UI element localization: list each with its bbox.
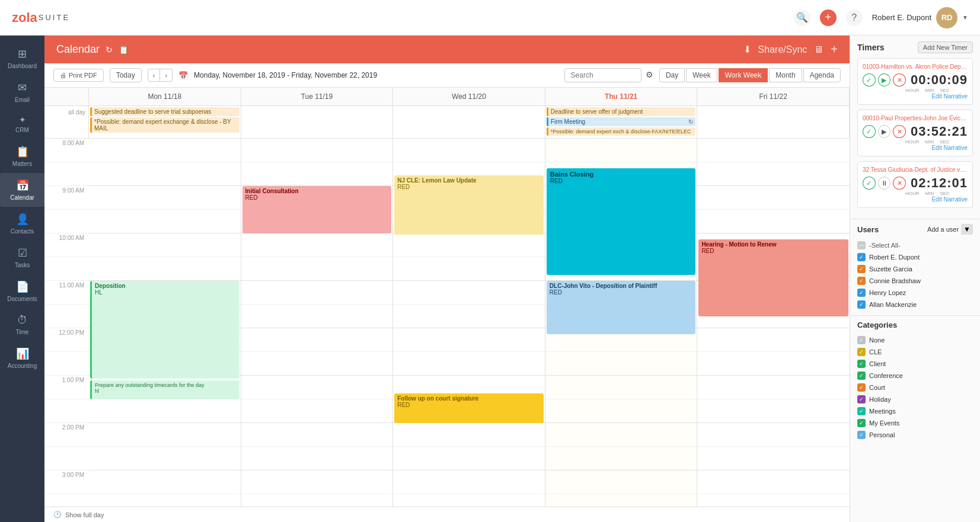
edit-narrative-2[interactable]: Edit Narrative: [863, 145, 968, 151]
timer-stop-3[interactable]: ✕: [893, 177, 906, 190]
add-user-label[interactable]: Add a user: [927, 226, 959, 233]
cat-checkbox-conference[interactable]: ✓: [857, 372, 866, 380]
timer-check-1[interactable]: ✓: [863, 73, 876, 87]
cat-checkbox-cle[interactable]: ✓: [857, 348, 866, 356]
time-930: [44, 210, 89, 233]
timer-hour-label-3: HOUR: [905, 191, 920, 196]
search-icon[interactable]: 🔍: [794, 9, 810, 26]
time-300: 3:00 PM: [44, 470, 89, 494]
timer-play-2[interactable]: ▶: [878, 125, 891, 138]
cat-checkbox-personal[interactable]: ✓: [857, 431, 866, 439]
timer-hour-label: HOUR: [905, 88, 920, 93]
time-800: 8:00 AM: [44, 139, 89, 162]
time-230: [44, 447, 89, 470]
time-200: 2:00 PM: [44, 423, 89, 447]
user-checkbox-suzette[interactable]: ✓: [857, 265, 866, 273]
day-header-tue: Tue 11/19: [241, 88, 394, 105]
sidebar-item-tasks[interactable]: ☑ Tasks: [0, 241, 44, 274]
timer-stop-2[interactable]: ✕: [893, 125, 906, 138]
event-title: Follow up on court signature: [397, 395, 541, 402]
event-follow-up[interactable]: Follow up on court signature RED: [394, 393, 544, 423]
sidebar-item-calendar[interactable]: 📅 Calendar: [0, 173, 44, 207]
cat-checkbox-holiday[interactable]: ✓: [857, 395, 866, 403]
user-checkbox-henry[interactable]: ✓: [857, 289, 866, 297]
timer-stop-1[interactable]: ✕: [893, 73, 906, 87]
all-day-event-subpoenas[interactable]: Suggested deadline to serve trial subpoe…: [90, 107, 240, 116]
help-icon[interactable]: ?: [846, 9, 863, 26]
sidebar-item-email[interactable]: ✉ Email: [0, 75, 44, 109]
add-timer-button[interactable]: Add New Timer: [918, 41, 973, 53]
all-day-event-possible[interactable]: *Possible: demand expert exchange & disc…: [90, 117, 240, 133]
add-event-icon[interactable]: +: [831, 43, 838, 56]
refresh-icon[interactable]: ↻: [106, 45, 113, 55]
timer-play-1[interactable]: ▶: [878, 73, 891, 87]
user-name: Robert E. Dupont: [872, 13, 931, 22]
cat-checkbox-none[interactable]: ✓: [857, 336, 866, 344]
calendar-title: Calendar: [56, 43, 100, 56]
today-button[interactable]: Today: [110, 68, 142, 82]
all-day-event-firm-meeting[interactable]: Firm Meeting ↻: [547, 117, 696, 126]
view-month-button[interactable]: Month: [769, 68, 802, 82]
sidebar-item-contacts[interactable]: 👤 Contacts: [0, 207, 44, 241]
event-deposition[interactable]: Deposition HL: [90, 281, 240, 379]
calendar-screen-icon[interactable]: 🖥: [814, 44, 823, 55]
timer-check-2[interactable]: ✓: [863, 125, 876, 138]
event-nj-cle[interactable]: NJ CLE: Lemon Law Update RED: [394, 175, 544, 235]
sidebar-label-matters: Matters: [12, 161, 32, 167]
edit-narrative-1[interactable]: Edit Narrative: [863, 93, 968, 100]
user-menu[interactable]: Robert E. Dupont RD ▼: [872, 7, 968, 28]
search-input[interactable]: [564, 68, 641, 82]
cat-item-myevents: ✓ My Events: [857, 417, 973, 429]
event-dlc-deposition[interactable]: DLC-John Vito - Deposition of Plaintiff …: [547, 281, 696, 334]
share-sync-label[interactable]: Share/Sync: [758, 44, 807, 55]
view-week-button[interactable]: Week: [686, 68, 717, 82]
cat-label-conference: Conference: [869, 372, 903, 379]
sidebar-item-accounting[interactable]: 📊 Accounting: [0, 341, 44, 375]
cat-label-meetings: Meetings: [869, 408, 896, 415]
add-icon[interactable]: +: [820, 9, 837, 26]
dropdown-arrow[interactable]: ▼: [961, 224, 973, 235]
event-initial-consultation[interactable]: Initial Consultation RED: [242, 186, 392, 233]
time-900: 9:00 AM: [44, 186, 89, 210]
cat-item-conference: ✓ Conference: [857, 370, 973, 382]
sidebar-label-documents: Documents: [7, 296, 37, 302]
all-day-cell-wed: [393, 106, 545, 138]
sidebar-item-time[interactable]: ⏱ Time: [0, 308, 44, 341]
user-checkbox-robert[interactable]: ✓: [857, 253, 866, 261]
sidebar-item-dashboard[interactable]: ⊞ Dashboard: [0, 41, 44, 75]
accounting-icon: 📊: [16, 347, 29, 360]
search-settings-icon[interactable]: ⚙: [646, 70, 653, 79]
user-checkbox-connie[interactable]: ✓: [857, 277, 866, 285]
cat-checkbox-myevents[interactable]: ✓: [857, 419, 866, 427]
next-arrow[interactable]: ›: [160, 69, 173, 82]
select-all-checkbox[interactable]: —: [857, 241, 866, 249]
cat-item-personal: ✓ Personal: [857, 429, 973, 441]
print-pdf-button[interactable]: 🖨 Print PDF: [53, 69, 104, 82]
event-title: Prepare any outstanding timecards for th…: [95, 382, 237, 388]
event-hearing-motion[interactable]: Hearing - Motion to Renew RED: [698, 239, 848, 316]
sidebar-item-matters[interactable]: 📋 Matters: [0, 139, 44, 173]
timer-check-3[interactable]: ✓: [863, 177, 876, 190]
timer-pause-3[interactable]: ⏸: [878, 177, 891, 190]
sidebar-item-crm[interactable]: ✦ CRM: [0, 109, 44, 139]
event-sub: RED: [701, 248, 845, 254]
user-checkbox-allan[interactable]: ✓: [857, 300, 866, 309]
show-full-day-bar[interactable]: 🕐 Show full day: [44, 507, 850, 522]
event-bains-closing[interactable]: Bains Closing RED: [547, 168, 696, 275]
view-agenda-button[interactable]: Agenda: [803, 68, 841, 82]
cat-checkbox-court[interactable]: ✓: [857, 383, 866, 392]
prev-arrow[interactable]: ‹: [148, 69, 161, 82]
sidebar-item-documents[interactable]: 📄 Documents: [0, 274, 44, 308]
download-icon[interactable]: ⬇: [743, 44, 751, 55]
all-day-event-deadline[interactable]: Deadline to serve offer of judgment: [547, 107, 696, 116]
edit-narrative-3[interactable]: Edit Narrative: [863, 196, 968, 203]
calendar-title-bar: Calendar ↻ 📋: [56, 43, 129, 56]
all-day-cell-thu: Deadline to serve offer of judgment Firm…: [545, 106, 698, 138]
view-day-button[interactable]: Day: [659, 68, 685, 82]
event-timecards[interactable]: Prepare any outstanding timecards for th…: [90, 380, 240, 399]
calendar-view-icon[interactable]: 📋: [119, 45, 129, 55]
cat-checkbox-meetings[interactable]: ✓: [857, 407, 866, 415]
view-workweek-button[interactable]: Work Week: [719, 68, 768, 82]
all-day-event-demand[interactable]: *Possible: demand expert exch & disclose…: [547, 127, 696, 136]
cat-checkbox-client[interactable]: ✓: [857, 360, 866, 368]
